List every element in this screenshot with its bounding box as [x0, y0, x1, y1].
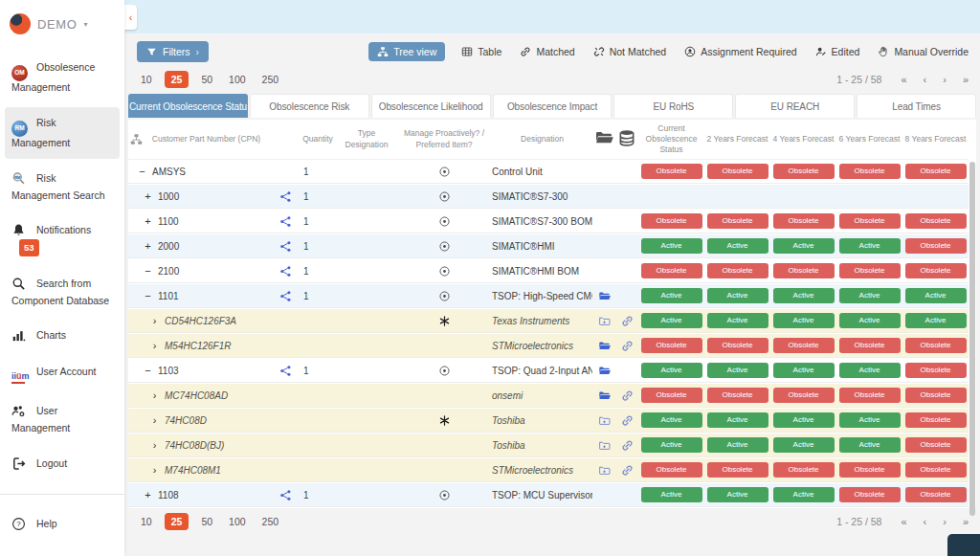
link-icon[interactable]	[615, 389, 638, 402]
tab-lead-times[interactable]: Lead Times	[857, 94, 976, 118]
page-size-50[interactable]: 50	[197, 71, 216, 88]
page-size-250[interactable]: 250	[258, 513, 283, 530]
folder-icon[interactable]	[592, 414, 615, 427]
col-type-designation[interactable]: Type Designation	[337, 128, 396, 149]
col-manage-proactively[interactable]: Manage Proactively? / Preferred Item?	[396, 128, 492, 149]
page-size-250[interactable]: 250	[258, 71, 283, 88]
tree-toggle[interactable]: −	[144, 290, 152, 301]
share-nodes-icon[interactable]	[272, 489, 299, 501]
col-folder[interactable]	[592, 128, 615, 150]
tree-toggle[interactable]: ›	[150, 389, 159, 401]
tree-toggle[interactable]: +	[144, 489, 152, 500]
link-icon[interactable]	[615, 340, 638, 352]
sidebar-item-risk-management-search[interactable]: RMRisk Management Search	[5, 163, 120, 211]
link-icon[interactable]	[615, 315, 638, 327]
folder-icon[interactable]	[592, 315, 615, 327]
tree-toggle[interactable]: ›	[150, 315, 159, 326]
tree-toggle[interactable]: −	[144, 265, 152, 277]
table-row[interactable]: › MC74HC08AD onsemi ObsoleteObsoleteObso…	[128, 384, 969, 408]
share-nodes-icon[interactable]	[272, 240, 299, 253]
prev-page-button[interactable]: ‹	[924, 516, 927, 527]
view-button-matched[interactable]: Matched	[518, 42, 576, 61]
page-size-10[interactable]: 10	[137, 71, 156, 88]
table-row[interactable]: + 1108 1 TSOP: MCU Supervisory Cuirc... …	[128, 483, 969, 507]
table-row[interactable]: + 1100 1 SIMATIC®S7-300 BOM ObsoleteObso…	[128, 210, 969, 234]
page-size-10[interactable]: 10	[137, 513, 156, 530]
folder-icon[interactable]	[592, 389, 615, 402]
sidebar-item-user-management[interactable]: User Management	[5, 395, 120, 444]
folder-icon[interactable]	[592, 439, 615, 452]
manage-proactively-icon[interactable]	[396, 315, 492, 327]
page-size-25[interactable]: 25	[165, 71, 189, 88]
chat-widget[interactable]	[947, 534, 980, 556]
vertical-scrollbar[interactable]	[969, 162, 975, 516]
view-button-edited[interactable]: Edited	[813, 42, 862, 61]
view-button-table[interactable]: Table	[459, 42, 503, 61]
col-current-obsolescence-status[interactable]: Current Obsolescence Status	[638, 123, 704, 155]
folder-icon[interactable]	[592, 464, 615, 477]
table-row[interactable]: + 1000 1 SIMATIC®S7-300	[128, 185, 969, 209]
col-6-years-forecast[interactable]: 6 Years Forecast	[836, 134, 902, 145]
page-size-100[interactable]: 100	[225, 513, 250, 530]
tree-toggle[interactable]: ›	[150, 340, 159, 351]
col-8-years-forecast[interactable]: 8 Years Forecast	[902, 134, 969, 145]
first-page-button[interactable]: «	[901, 516, 906, 527]
table-row[interactable]: − AMSYS 1 Control Unit ObsoleteObsoleteO…	[128, 160, 969, 184]
table-row[interactable]: › M54HC126F1R STMicroelectronics Obsolet…	[128, 334, 969, 358]
tree-toggle[interactable]: ›	[150, 464, 159, 476]
view-button-manual-override[interactable]: Manual Override	[876, 42, 970, 61]
col-quantity[interactable]: Quantity	[299, 134, 337, 145]
page-size-100[interactable]: 100	[225, 71, 250, 88]
sidebar-item-charts[interactable]: Charts	[5, 320, 120, 352]
sidebar-item-search-from-component-database[interactable]: Search from Component Database	[5, 268, 120, 317]
last-page-button[interactable]: »	[963, 516, 969, 527]
tree-toggle[interactable]: −	[138, 166, 146, 177]
manage-proactively-icon[interactable]	[396, 290, 492, 302]
manage-proactively-icon[interactable]	[396, 365, 492, 377]
sidebar-item-help[interactable]: ?Help	[5, 508, 120, 541]
tree-toggle[interactable]: +	[144, 215, 152, 227]
col-designation[interactable]: Designation	[492, 134, 592, 145]
sidebar-item-obsolescence-management[interactable]: OMObsolesence Management	[5, 52, 120, 103]
folder-icon[interactable]	[592, 365, 615, 377]
share-nodes-icon[interactable]	[272, 215, 299, 228]
tab-obsolescence-likelihood[interactable]: Obsolescence Likelihood	[371, 94, 491, 118]
tab-eu-reach[interactable]: EU REACH	[735, 94, 855, 118]
tree-toggle[interactable]: ›	[150, 414, 159, 426]
share-nodes-icon[interactable]	[272, 190, 299, 203]
sidebar-item-user-account[interactable]: iiümUser Account	[5, 356, 120, 391]
manage-proactively-icon[interactable]	[396, 215, 492, 228]
share-nodes-icon[interactable]	[272, 290, 299, 302]
table-row[interactable]: + 2000 1 SIMATIC®HMI ActiveActiveActiveA…	[128, 234, 969, 258]
col-database[interactable]	[615, 128, 638, 150]
tab-current-obsolescence-status[interactable]: Current Obsolescence Status	[128, 94, 248, 118]
tree-toggle[interactable]: −	[144, 365, 152, 376]
link-icon[interactable]	[615, 464, 638, 477]
col-customer-part-number[interactable]: Customer Part Number (CPN)	[128, 133, 272, 145]
last-page-button[interactable]: »	[963, 74, 969, 85]
table-row[interactable]: − 2100 1 SIMATIC®HMI BOM ObsoleteObsolet…	[128, 259, 969, 283]
manage-proactively-icon[interactable]	[396, 489, 492, 501]
view-button-tree-view[interactable]: Tree view	[368, 42, 445, 61]
col-2-years-forecast[interactable]: 2 Years Forecast	[704, 134, 770, 145]
manage-proactively-icon[interactable]	[396, 190, 492, 203]
tab-obsolescence-risk[interactable]: Obsolescence Risk	[250, 94, 369, 118]
link-icon[interactable]	[615, 414, 638, 427]
manage-proactively-icon[interactable]	[396, 240, 492, 253]
link-icon[interactable]	[615, 439, 638, 452]
manage-proactively-icon[interactable]	[396, 166, 492, 178]
manage-proactively-icon[interactable]	[396, 265, 492, 278]
sidebar-collapse-button[interactable]: ‹	[124, 5, 137, 30]
next-page-button[interactable]: ›	[943, 74, 947, 85]
tree-toggle[interactable]: ›	[150, 439, 159, 451]
page-size-25[interactable]: 25	[165, 513, 189, 530]
folder-icon[interactable]	[592, 340, 615, 352]
brand[interactable]: DEMO ▾	[0, 4, 124, 50]
table-row[interactable]: › CD54HC126F3A Texas Instruments ActiveA…	[128, 309, 969, 333]
table-row[interactable]: › M74HC08M1 STMicroelectronics ObsoleteO…	[128, 458, 969, 482]
sitemap-icon[interactable]	[130, 133, 143, 145]
tab-eu-rohs[interactable]: EU RoHS	[613, 94, 733, 118]
sidebar-item-risk-management[interactable]: RMRisk Management	[5, 107, 120, 159]
table-row[interactable]: − 1101 1 TSOP: High-Speed CMOS Logi... A…	[128, 284, 969, 308]
filters-button[interactable]: Filters ›	[137, 41, 209, 62]
